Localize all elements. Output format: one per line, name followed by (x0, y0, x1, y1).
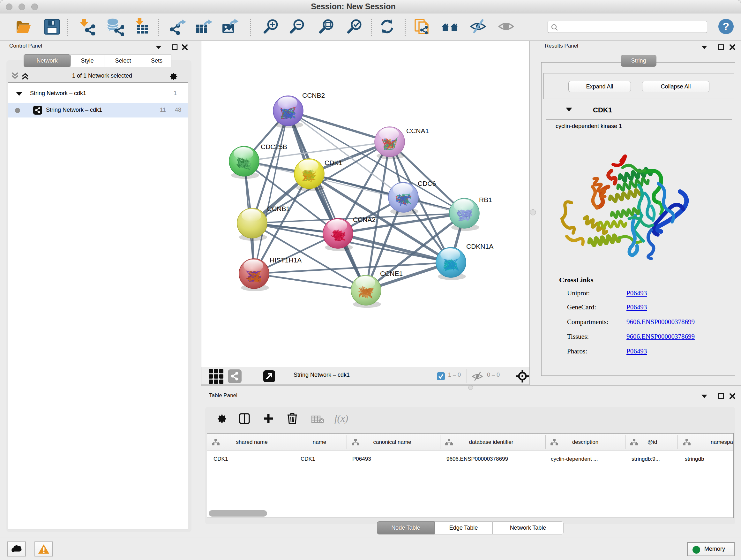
svg-text:CDC6: CDC6 (418, 180, 436, 187)
svg-text:CDC25B: CDC25B (261, 143, 287, 150)
svg-text:CDKN1A: CDKN1A (466, 243, 493, 250)
svg-text:CCNB1: CCNB1 (267, 205, 290, 212)
svg-text:?: ? (723, 20, 730, 32)
svg-text:HIST1H1A: HIST1H1A (270, 256, 301, 264)
svg-text:CDK1: CDK1 (325, 159, 342, 166)
svg-text:CCNA1: CCNA1 (406, 127, 429, 134)
svg-text:CCNA2: CCNA2 (353, 216, 376, 223)
svg-text:RB1: RB1 (479, 196, 492, 203)
svg-text:CCNE1: CCNE1 (380, 270, 403, 277)
svg-text:CCNB2: CCNB2 (302, 91, 325, 99)
